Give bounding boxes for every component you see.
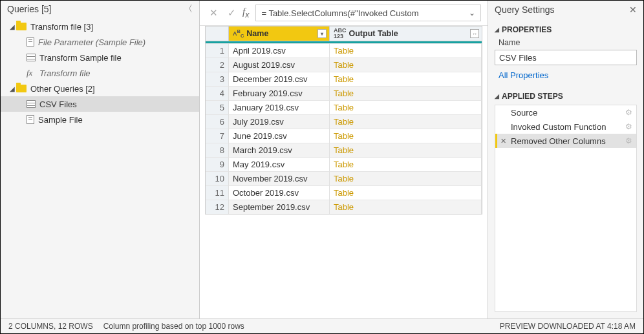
queries-title: Queries [5]	[7, 4, 51, 14]
delete-step-icon[interactable]: ✕	[500, 137, 506, 145]
applied-step[interactable]: ✕Removed Other Columns⚙	[495, 134, 636, 148]
fx-icon: fx	[242, 6, 249, 19]
cell-output[interactable]: Table	[330, 157, 482, 171]
row-header-cell[interactable]	[206, 26, 229, 41]
query-settings-panel: Query Settings ✕ ◢ PROPERTIES Name All P…	[488, 1, 643, 318]
formula-input[interactable]: = Table.SelectColumns(#"Invoked Custom ⌄	[255, 5, 481, 21]
cell-name[interactable]: February 2019.csv	[229, 86, 330, 100]
tree-item[interactable]: Transform Sample file	[1, 50, 199, 65]
applied-step[interactable]: Source⚙	[495, 105, 636, 120]
row-number: 3	[206, 72, 229, 86]
status-bar: 2 COLUMNS, 12 ROWS Column profiling base…	[1, 318, 643, 333]
column-header-name[interactable]: ABC Name ▾	[229, 26, 330, 41]
table-row[interactable]: 3December 2019.csvTable	[206, 72, 482, 86]
table-row[interactable]: 6July 2019.csvTable	[206, 114, 482, 129]
row-number: 2	[206, 57, 229, 72]
cell-name[interactable]: July 2019.csv	[229, 114, 330, 129]
col-output-label: Output Table	[349, 29, 398, 38]
type-text-icon: ABC	[233, 29, 244, 38]
collapse-queries-icon[interactable]: 〈	[184, 3, 193, 15]
cell-name[interactable]: April 2019.csv	[229, 43, 330, 57]
table-row[interactable]: 5January 2019.csvTable	[206, 100, 482, 114]
tree-folder[interactable]: ◢Other Queries [2]	[1, 81, 199, 96]
cell-name[interactable]: December 2019.csv	[229, 72, 330, 86]
cell-name[interactable]: November 2019.csv	[229, 171, 330, 185]
tree-item-label: Transform file	[39, 68, 91, 78]
queries-panel: Queries [5] 〈 ◢Transform file [3]File Pa…	[1, 1, 200, 318]
table-row[interactable]: 7June 2019.csvTable	[206, 129, 482, 143]
cell-output[interactable]: Table	[330, 129, 482, 143]
caret-down-icon: ◢	[495, 93, 499, 99]
cell-output[interactable]: Table	[330, 114, 482, 129]
formula-bar: ✕ ✓ fx = Table.SelectColumns(#"Invoked C…	[200, 1, 488, 26]
column-header-output[interactable]: ABC123 Output Table ↔	[330, 26, 482, 41]
properties-section[interactable]: ◢ PROPERTIES	[495, 25, 637, 34]
cell-output[interactable]: Table	[330, 100, 482, 114]
center-area: ✕ ✓ fx = Table.SelectColumns(#"Invoked C…	[200, 1, 488, 318]
cell-output[interactable]: Table	[330, 43, 482, 57]
settings-title: Query Settings	[495, 5, 555, 15]
table-row[interactable]: 2August 2019.csvTable	[206, 57, 482, 72]
cell-name[interactable]: June 2019.csv	[229, 129, 330, 143]
cell-name[interactable]: October 2019.csv	[229, 185, 330, 200]
expand-formula-icon[interactable]: ⌄	[469, 8, 475, 17]
tree-item[interactable]: fxTransform file	[1, 65, 199, 81]
row-number: 9	[206, 157, 229, 171]
cell-name[interactable]: May 2019.csv	[229, 157, 330, 171]
row-number: 11	[206, 185, 229, 200]
applied-steps-section[interactable]: ◢ APPLIED STEPS	[495, 92, 637, 101]
cell-output[interactable]: Table	[330, 200, 482, 214]
folder-label: Other Queries [2]	[30, 84, 95, 94]
expand-column-icon[interactable]: ↔	[470, 29, 479, 38]
cell-output[interactable]: Table	[330, 57, 482, 72]
cell-name[interactable]: March 2019.csv	[229, 143, 330, 157]
table-row[interactable]: 11October 2019.csvTable	[206, 185, 482, 200]
table-row[interactable]: 1April 2019.csvTable	[206, 43, 482, 57]
query-name-input[interactable]	[495, 50, 637, 65]
tree-item-label: File Parameter (Sample File)	[38, 37, 145, 47]
cell-output[interactable]: Table	[330, 171, 482, 185]
caret-down-icon: ◢	[495, 26, 499, 33]
row-number: 12	[206, 200, 229, 214]
status-profiling: Column profiling based on top 1000 rows	[103, 322, 244, 331]
tree-item-label: Sample File	[38, 115, 83, 125]
cell-name[interactable]: August 2019.csv	[229, 57, 330, 72]
applied-step[interactable]: Invoked Custom Function⚙	[495, 120, 636, 134]
status-preview-time: PREVIEW DOWNLOADED AT 4:18 AM	[500, 322, 636, 331]
data-grid: ABC Name ▾ ABC123 Output Table ↔ 1April …	[200, 26, 488, 214]
tree-item[interactable]: CSV Files	[1, 96, 199, 112]
step-label: Source	[511, 108, 537, 118]
commit-formula-icon[interactable]: ✓	[224, 6, 239, 20]
table-icon	[27, 54, 36, 61]
cell-name[interactable]: January 2019.csv	[229, 100, 330, 114]
gear-icon[interactable]: ⚙	[625, 136, 632, 145]
row-number: 5	[206, 100, 229, 114]
table-row[interactable]: 4February 2019.csvTable	[206, 86, 482, 100]
tree-item[interactable]: Sample File	[1, 112, 199, 127]
table-row[interactable]: 10November 2019.csvTable	[206, 171, 482, 185]
tree-item-label: CSV Files	[39, 99, 77, 109]
table-row[interactable]: 9May 2019.csvTable	[206, 157, 482, 171]
tree-item[interactable]: File Parameter (Sample File)	[1, 34, 199, 50]
row-number: 1	[206, 43, 229, 57]
row-number: 8	[206, 143, 229, 157]
cell-output[interactable]: Table	[330, 72, 482, 86]
parameter-icon	[27, 115, 34, 124]
parameter-icon	[27, 37, 34, 47]
cell-output[interactable]: Table	[330, 86, 482, 100]
cell-output[interactable]: Table	[330, 143, 482, 157]
all-properties-link[interactable]: All Properties	[499, 70, 637, 80]
cell-name[interactable]: September 2019.csv	[229, 200, 330, 214]
table-row[interactable]: 8March 2019.csvTable	[206, 143, 482, 157]
column-filter-icon[interactable]: ▾	[317, 29, 327, 38]
tree-folder[interactable]: ◢Transform file [3]	[1, 19, 199, 34]
gear-icon[interactable]: ⚙	[625, 108, 632, 117]
table-row[interactable]: 12September 2019.csvTable	[206, 200, 482, 214]
close-settings-icon[interactable]: ✕	[629, 5, 637, 15]
step-label: Invoked Custom Function	[511, 122, 606, 132]
cancel-formula-icon[interactable]: ✕	[206, 6, 220, 20]
row-number: 10	[206, 171, 229, 185]
cell-output[interactable]: Table	[330, 185, 482, 200]
row-number: 6	[206, 114, 229, 129]
gear-icon[interactable]: ⚙	[625, 122, 632, 131]
